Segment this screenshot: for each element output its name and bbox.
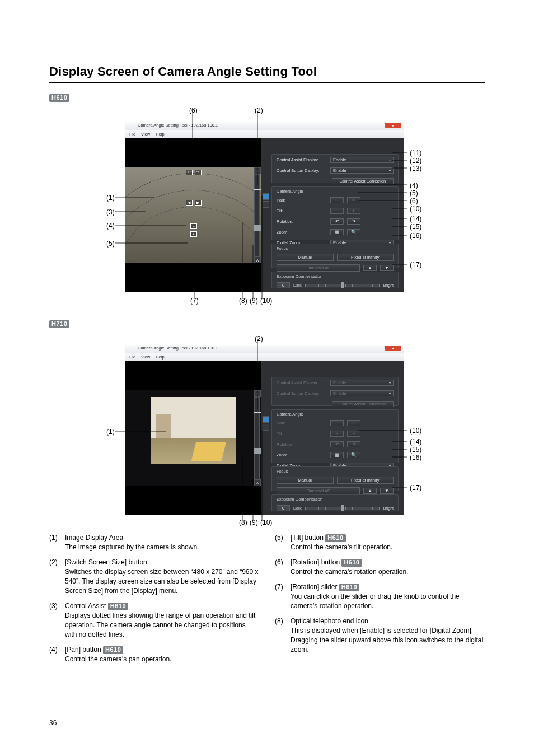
- menu-file-h710[interactable]: File: [129, 354, 135, 360]
- focus-near-button-h710[interactable]: ▲: [363, 488, 377, 494]
- switch-screen-size-button[interactable]: [263, 193, 269, 200]
- rotation-left-button-panel[interactable]: ↶: [330, 218, 344, 225]
- menu-view-h710[interactable]: View: [141, 354, 150, 360]
- pan-plus-button-h710: +: [347, 420, 360, 426]
- zoom-slider-h710[interactable]: T W: [254, 397, 260, 479]
- panel-exposure-compensation: Exposure Compensation 0 Dark Bright: [271, 272, 399, 288]
- zoom-wide-button-h710[interactable]: ▦: [330, 452, 344, 458]
- callout-10r-h710: (10): [410, 427, 421, 435]
- button-one-shot-af[interactable]: One-shot AF: [277, 264, 360, 272]
- zoom-slider-knob[interactable]: [254, 225, 261, 231]
- pan-hud-row: ◀ ▶: [125, 200, 261, 206]
- desc-item-6: (6)[Rotation] button H610 Control the ca…: [275, 558, 485, 577]
- dropdown-control-button-display[interactable]: Enable▾: [330, 167, 394, 174]
- switch-screen-size-button-h710[interactable]: [263, 416, 269, 423]
- callout-15-right: (15): [410, 223, 421, 231]
- rotation-left-button-h710: ↶: [330, 441, 344, 447]
- panel-display-h710: Control Assist Display: Enable▾ Control …: [271, 377, 399, 406]
- button-control-assist-correction-h710: Control Assist Correction: [332, 401, 394, 407]
- desc-item-2: (2)[Switch Screen Size] button Switches …: [49, 558, 259, 596]
- section-camera-angle-title: Camera Angle: [272, 187, 398, 195]
- pan-plus-button[interactable]: +: [347, 197, 360, 203]
- image-display-area-h710[interactable]: T W: [125, 361, 261, 515]
- section-exposure-comp-title: Exposure Compensation: [272, 272, 398, 280]
- tilt-plus-button-h710: +: [347, 431, 360, 437]
- window-close-button[interactable]: ×: [385, 123, 401, 128]
- zoom-tele-button-h710[interactable]: 🔍: [347, 452, 360, 458]
- button-focus-fixed-infinity[interactable]: Fixed at Infinity: [337, 254, 394, 261]
- exposure-comp-slider-h710[interactable]: [305, 507, 380, 510]
- label-zoom: Zoom:: [277, 230, 327, 235]
- label-tilt: Tilt:: [277, 208, 327, 213]
- focus-far-button[interactable]: ▼: [380, 265, 394, 271]
- button-focus-manual[interactable]: Manual: [277, 254, 334, 261]
- menu-file[interactable]: File: [129, 132, 135, 137]
- rotation-right-button-panel[interactable]: ↷: [347, 218, 360, 225]
- label-bright-h710: Bright: [383, 506, 394, 510]
- tilt-up-button[interactable]: +: [190, 231, 197, 237]
- callout-5-right: (5): [410, 189, 418, 197]
- focus-near-button[interactable]: ▲: [363, 265, 377, 271]
- callout-1-left: (1): [106, 194, 115, 202]
- page-number: 36: [49, 719, 57, 727]
- image-display-area[interactable]: ↶ ↷ ◀ ▶ − + T: [125, 138, 261, 292]
- callout-6-top: (6): [189, 106, 198, 114]
- menu-help-h710[interactable]: Help: [156, 354, 164, 360]
- window-titlebar-h710: Camera Angle Setting Tool - 192.168.100.…: [125, 345, 404, 353]
- window-menubar: File View Help: [125, 130, 404, 138]
- desc-item-4: (4)[Pan] button H610 Control the camera'…: [49, 645, 259, 664]
- label-pan-h710: Pan:: [277, 421, 327, 426]
- rotation-right-button-h710: ↷: [347, 441, 360, 447]
- zoom-slider-knob-h710[interactable]: [254, 448, 261, 454]
- tilt-down-button[interactable]: −: [190, 223, 197, 229]
- focus-far-button-h710[interactable]: ▼: [380, 488, 394, 494]
- window-menubar-h710: File View Help: [125, 353, 404, 361]
- side-mini-button-2-h710[interactable]: [263, 424, 269, 431]
- rotation-right-button[interactable]: ↷: [195, 170, 202, 175]
- section-exposure-comp-title-h710: Exposure Compensation: [272, 495, 398, 503]
- tilt-plus-button[interactable]: +: [347, 208, 360, 214]
- callout-14-right: (14): [410, 215, 421, 223]
- callout-15-h710: (15): [410, 446, 421, 454]
- zoom-slider[interactable]: T W: [254, 174, 260, 256]
- zoom-wide-button[interactable]: ▦: [330, 229, 344, 235]
- zoom-tele-button[interactable]: 🔍: [347, 229, 360, 235]
- callout-17-right: (17): [410, 261, 421, 269]
- callout-10-right: (10): [410, 205, 421, 213]
- button-control-assist-correction[interactable]: Control Assist Correction: [332, 178, 394, 184]
- dropdown-control-assist-display-h710: Enable▾: [330, 380, 394, 386]
- tilt-minus-button[interactable]: −: [330, 208, 344, 214]
- button-focus-manual-h710[interactable]: Manual: [277, 477, 334, 484]
- pan-minus-button[interactable]: −: [330, 197, 344, 203]
- rotation-hud-row: ↶ ↷: [125, 170, 261, 175]
- label-zoom-h710: Zoom:: [277, 452, 327, 458]
- exposure-comp-slider[interactable]: [305, 284, 380, 287]
- panel-focus-h710: Focus ManualFixed at Infinity One-shot A…: [271, 466, 399, 491]
- callout-9-bottom: (9): [250, 297, 258, 305]
- model-badge-h610: H610: [49, 94, 69, 102]
- dropdown-control-assist-display[interactable]: Enable▾: [330, 157, 394, 163]
- wide-icon-h710: W: [254, 479, 261, 486]
- optical-telephoto-end-icon: [254, 189, 261, 190]
- pan-right-button[interactable]: ▶: [195, 200, 202, 206]
- page-title: Display Screen of Camera Angle Setting T…: [49, 64, 317, 79]
- callout-17-h710: (17): [410, 484, 421, 492]
- callout-11-right: (11): [410, 149, 421, 157]
- pan-left-button[interactable]: ◀: [186, 200, 193, 206]
- menu-help[interactable]: Help: [156, 132, 164, 137]
- side-mini-button-2[interactable]: [263, 201, 269, 208]
- desc-item-1: (1)Image Display Area The image captured…: [49, 533, 259, 552]
- button-focus-fixed-infinity-h710[interactable]: Fixed at Infinity: [337, 477, 394, 484]
- label-bright: Bright: [383, 283, 394, 287]
- window-close-button-h710[interactable]: ×: [385, 346, 401, 351]
- callout-8-bottom: (8): [239, 297, 247, 305]
- section-focus-title-h710: Focus: [272, 467, 398, 475]
- screenshot-h610: Camera Angle Setting Tool - 192.168.100.…: [125, 122, 404, 291]
- panel-exposure-compensation-h710: Exposure Compensation 0 Dark Bright: [271, 494, 399, 511]
- button-one-shot-af-h710[interactable]: One-shot AF: [277, 487, 360, 494]
- label-rotation: Rotation:: [277, 219, 327, 224]
- menu-view[interactable]: View: [141, 132, 150, 137]
- dropdown-control-button-display-h710: Enable▾: [330, 390, 394, 396]
- rotation-left-button[interactable]: ↶: [186, 170, 193, 175]
- desc-item-5: (5)[Tilt] button H610 Control the camera…: [275, 533, 485, 552]
